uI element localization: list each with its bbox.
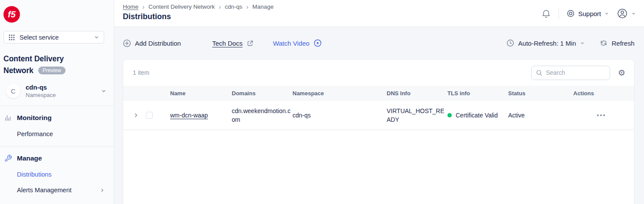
chevron-down-icon: [580, 40, 585, 46]
sidebar-nav: Monitoring Performance Manage Distributi…: [0, 114, 114, 194]
row-domains-cell: cdn.weekendmotion.com: [232, 101, 292, 130]
auto-refresh-dropdown[interactable]: Auto-Refresh: 1 Min: [506, 39, 585, 47]
sidebar: f5 Select service Content Delivery Netwo…: [0, 0, 114, 204]
row-checkbox[interactable]: [146, 112, 153, 119]
breadcrumb-separator: ›: [219, 4, 221, 10]
tech-docs-label: Tech Docs: [212, 40, 243, 47]
sidebar-item-distributions[interactable]: Distributions: [17, 171, 105, 178]
breadcrumb: Home › Content Delivery Network › cdn-qs…: [123, 3, 273, 10]
tls-status-text: Certificate Valid: [456, 111, 498, 120]
product-title: Content Delivery Network Preview: [3, 53, 95, 77]
support-menu-button[interactable]: Support: [566, 9, 609, 18]
search-box: [531, 66, 610, 80]
row-dns-info-cell: VIRTUAL_HOST_READY: [387, 101, 447, 130]
column-header-namespace: Namespace: [292, 86, 387, 101]
add-distribution-label: Add Distribution: [135, 40, 181, 47]
row-tls-info-cell: Certificate Valid: [447, 101, 508, 130]
nav-section-title: Monitoring: [17, 114, 52, 122]
chevron-down-icon: [604, 11, 609, 16]
plus-circle-icon: [123, 39, 131, 47]
nav-item-label: Performance: [17, 130, 53, 137]
column-header-select: [146, 86, 170, 101]
table-row: wm-dcn-waap cdn.weekendmotion.com cdn-qs…: [123, 101, 634, 130]
external-link-icon: [246, 40, 254, 47]
support-lifering-icon: [566, 9, 575, 18]
bar-chart-icon: [4, 114, 12, 122]
column-header-tls-info: TLS info: [447, 86, 508, 101]
nav-section-manage: Manage: [4, 154, 114, 162]
nav-section-title: Manage: [17, 154, 42, 162]
sidebar-divider: [0, 146, 114, 147]
sidebar-item-alerts-management[interactable]: Alerts Management: [17, 187, 105, 194]
watch-video-label: Watch Video: [273, 40, 309, 47]
header-right: Support: [541, 3, 636, 23]
gear-icon: ⚙: [618, 68, 625, 77]
watch-video-link[interactable]: Watch Video: [273, 39, 322, 47]
column-header-expander: [123, 86, 146, 101]
f5-logo[interactable]: f5: [3, 6, 20, 23]
top-header: Home › Content Delivery Network › cdn-qs…: [114, 0, 644, 27]
add-distribution-button[interactable]: Add Distribution: [123, 39, 181, 47]
breadcrumb-home[interactable]: Home: [123, 3, 138, 10]
tech-docs-link[interactable]: Tech Docs: [212, 40, 254, 47]
column-header-name: Name: [170, 86, 232, 101]
row-select-cell: [146, 101, 170, 130]
toolbar: Add Distribution Tech Docs Watch Video: [123, 27, 634, 59]
row-namespace-cell: cdn-qs: [292, 101, 387, 130]
sidebar-divider: [0, 106, 114, 106]
tls-status-dot: [447, 113, 452, 117]
chevron-right-icon: [99, 187, 105, 193]
play-circle-icon: [313, 39, 322, 47]
row-expander-cell: [123, 101, 146, 130]
breadcrumb-separator: ›: [142, 4, 145, 10]
row-expand-button[interactable]: [133, 112, 139, 118]
breadcrumb-namespace[interactable]: cdn-qs: [225, 3, 243, 10]
column-header-actions: Actions: [573, 86, 634, 101]
app-window: f5 Select service Content Delivery Netwo…: [0, 0, 644, 204]
search-input[interactable]: [531, 66, 610, 80]
nav-section-monitoring: Monitoring: [4, 114, 114, 122]
notifications-button[interactable]: [541, 9, 551, 19]
header-left: Home › Content Delivery Network › cdn-qs…: [123, 3, 273, 27]
nav-item-label: Alerts Management: [17, 187, 72, 194]
sidebar-item-performance[interactable]: Performance: [17, 130, 105, 137]
header-divider: [559, 8, 559, 19]
refresh-icon: [600, 39, 608, 47]
auto-refresh-label: Auto-Refresh: 1 Min: [518, 40, 576, 47]
namespace-name: cdn-qs: [26, 83, 56, 91]
table-settings-button[interactable]: ⚙: [618, 69, 625, 77]
column-header-dns-info: DNS Info: [387, 86, 447, 101]
breadcrumb-manage[interactable]: Manage: [253, 3, 274, 10]
grid-icon: [8, 34, 15, 41]
refresh-button[interactable]: Refresh: [600, 39, 634, 47]
distribution-name-link[interactable]: wm-dcn-waap: [170, 112, 208, 119]
column-header-domains: Domains: [232, 86, 292, 101]
refresh-label: Refresh: [611, 40, 634, 47]
table-card-header: 1 item ⚙: [123, 60, 634, 86]
preview-badge: Preview: [38, 67, 66, 74]
bell-icon: [541, 9, 551, 19]
f5-logo-text: f5: [8, 10, 16, 20]
toolbar-right: Auto-Refresh: 1 Min Refresh: [506, 39, 634, 47]
wrench-icon: [4, 154, 12, 162]
chevron-down-icon: [94, 34, 99, 40]
row-name-cell: wm-dcn-waap: [170, 101, 232, 130]
page-title: Distributions: [123, 12, 273, 21]
namespace-text: cdn-qs Namespace: [26, 83, 56, 99]
breadcrumb-cdn[interactable]: Content Delivery Network: [148, 3, 215, 10]
row-status-cell: Active: [508, 101, 573, 130]
search-icon: [536, 69, 543, 77]
page-content: Add Distribution Tech Docs Watch Video: [114, 27, 644, 204]
select-service-label: Select service: [20, 34, 59, 41]
namespace-type-label: Namespace: [26, 91, 56, 99]
breadcrumb-separator: ›: [246, 4, 249, 10]
nav-item-label: Distributions: [17, 171, 52, 178]
account-menu-button[interactable]: [617, 8, 636, 19]
namespace-avatar: C: [6, 84, 20, 98]
actions-menu-button[interactable]: •••: [597, 111, 606, 119]
select-service-dropdown[interactable]: Select service: [3, 31, 104, 43]
main-area: Home › Content Delivery Network › cdn-qs…: [114, 0, 644, 204]
chevron-down-icon: [101, 88, 107, 94]
chevron-right-icon: [133, 112, 139, 118]
namespace-selector[interactable]: C cdn-qs Namespace: [6, 83, 107, 99]
